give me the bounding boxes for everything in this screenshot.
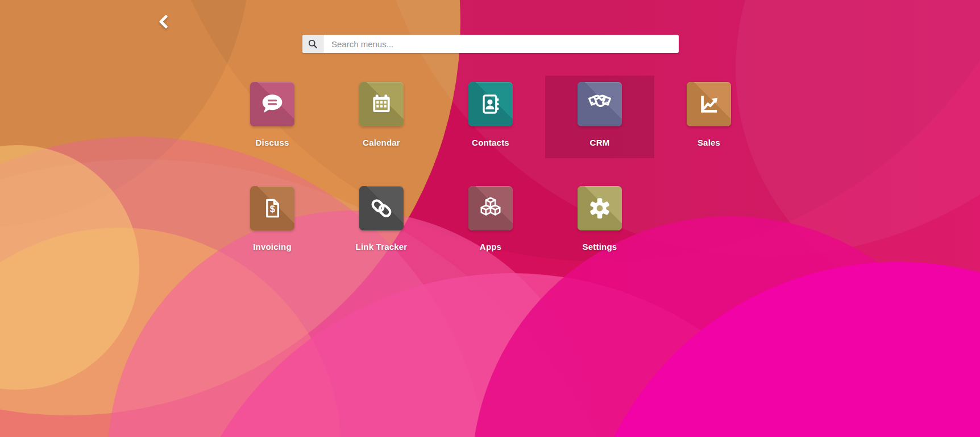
svg-text:$: $ xyxy=(270,204,275,214)
gear-icon xyxy=(585,193,614,223)
calendar-icon xyxy=(367,89,396,119)
app-label: Settings xyxy=(583,241,617,253)
app-apps[interactable]: Apps xyxy=(436,180,545,271)
app-tile xyxy=(578,186,622,230)
chain-link-icon xyxy=(367,193,396,223)
search-bar xyxy=(302,35,679,53)
app-tile xyxy=(578,82,622,126)
app-tile xyxy=(359,186,404,230)
back-button[interactable] xyxy=(155,13,173,31)
app-link-tracker[interactable]: Link Tracker xyxy=(327,180,436,271)
app-crm[interactable]: CRM xyxy=(545,76,654,158)
app-label: CRM xyxy=(590,137,610,149)
chat-bubble-icon xyxy=(258,89,287,119)
search-input[interactable] xyxy=(323,35,679,53)
chevron-left-icon xyxy=(157,14,170,29)
app-tile xyxy=(359,82,404,126)
app-calendar[interactable]: Calendar xyxy=(327,76,436,158)
app-invoicing[interactable]: $ Invoicing xyxy=(218,180,327,271)
app-tile xyxy=(250,82,294,126)
cubes-icon xyxy=(476,193,505,223)
app-contacts[interactable]: Contacts xyxy=(436,76,545,158)
app-label: Discuss xyxy=(256,137,289,149)
app-label: Contacts xyxy=(472,137,509,149)
app-label: Sales xyxy=(697,137,720,149)
app-label: Calendar xyxy=(363,137,400,149)
app-settings[interactable]: Settings xyxy=(545,180,654,271)
app-tile xyxy=(468,82,513,126)
invoice-document-icon: $ xyxy=(258,193,287,223)
app-tile xyxy=(468,186,513,230)
line-chart-icon xyxy=(694,89,724,119)
app-discuss[interactable]: Discuss xyxy=(218,76,327,158)
app-sales[interactable]: Sales xyxy=(654,76,763,158)
app-tile xyxy=(687,82,731,126)
app-tile: $ xyxy=(250,186,294,230)
address-book-icon xyxy=(476,89,505,119)
handshake-icon xyxy=(585,89,614,119)
app-label: Link Tracker xyxy=(356,241,408,253)
search-icon xyxy=(302,35,323,53)
app-label: Apps xyxy=(480,241,501,253)
odoo-home-menu: { "header": { "search": { "placeholder":… xyxy=(0,0,980,437)
app-grid: Discuss Calendar xyxy=(218,76,763,271)
app-label: Invoicing xyxy=(253,241,292,253)
